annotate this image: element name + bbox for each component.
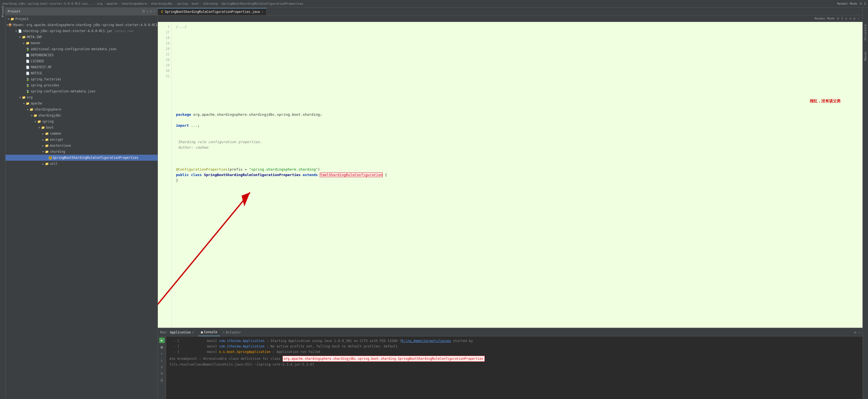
code-line-blank18: [176, 161, 858, 167]
collapse-icon[interactable]: ∨: [849, 17, 851, 20]
tree-item-label: NOTICE: [31, 71, 42, 75]
console-area: ▶ ■ ↑ ↓ ↺ ≡ 🖨 - [ main ]: [158, 336, 863, 399]
tree-item[interactable]: ▶📁common: [5, 131, 158, 137]
sync-icon[interactable]: ↕: [147, 10, 149, 13]
bottom-panel: Run: Application × ▦ Console ⚡ Actuator …: [158, 328, 863, 399]
tree-item[interactable]: ▶📁encrypt: [5, 137, 158, 143]
code-line-blank3: [176, 41, 858, 46]
gear-icon[interactable]: ⚙: [150, 10, 152, 13]
counter-toolbar: ① 2: [837, 17, 843, 20]
tree-item[interactable]: 🍃spring.provides: [5, 82, 158, 88]
code-line-blank13: [176, 95, 858, 101]
tree-item[interactable]: ▼📁org: [5, 94, 158, 100]
settings-icon[interactable]: ⚙: [854, 17, 856, 20]
code-comment-1: Sharding rule configuration properties.: [178, 139, 858, 145]
bottom-settings-icon[interactable]: ⚙: [854, 330, 856, 334]
error-class-box[interactable]: org.apache.shardingsphere.shardingjdbc.s…: [282, 356, 485, 362]
tree-item[interactable]: 📄NOTICE: [5, 70, 158, 76]
tree-item[interactable]: ▶📁util: [5, 161, 158, 167]
rerun-button[interactable]: ↺: [159, 364, 165, 369]
code-line-blank12: [176, 90, 858, 95]
breadcrumb-item-9: SpringBootShardingRuleConfigurationPrope…: [221, 2, 303, 5]
tree-item[interactable]: ▼📁META-INF: [5, 34, 158, 40]
tree-item[interactable]: ▶📁masterslave: [5, 143, 158, 148]
tree-item[interactable]: 🍃additional-spring-configuration-metadat…: [5, 46, 158, 52]
tree-item[interactable]: 🍃spring.factories: [5, 76, 158, 82]
breadcrumb-item-7: boot: [192, 2, 199, 5]
editor-tab-active[interactable]: C SpringBootShardingRuleConfigurationPro…: [158, 8, 267, 15]
tree-item[interactable]: ▼📁sharding: [5, 148, 158, 155]
tree-item[interactable]: CSpringBootShardingRuleConfigurationProp…: [5, 155, 158, 161]
counter-badge: ① 2: [860, 2, 866, 5]
tree-item[interactable]: ▼📁boot: [5, 125, 158, 131]
tree-item[interactable]: ▼📁apache: [5, 100, 158, 106]
project-icon[interactable]: Project: [0, 9, 5, 14]
tree-item[interactable]: ▶📁maven: [5, 40, 158, 46]
app-close-icon[interactable]: ×: [192, 330, 194, 334]
error-note: 报红，没有该父类: [810, 99, 841, 104]
tree-item-label: encrypt: [50, 138, 63, 141]
code-line-30: }: [176, 178, 858, 183]
error-class-highlight: YamlShardingRuleConfiguration: [320, 172, 383, 177]
tree-item-label: util: [50, 162, 58, 166]
tree-item[interactable]: 📄LICENSE: [5, 58, 158, 64]
code-view: 1 17 18 19: [158, 22, 863, 328]
tree-item[interactable]: ▼📦Maven: org.apache.shardingsphere:shard…: [5, 22, 158, 28]
minimize-icon[interactable]: —: [153, 10, 155, 13]
bottom-tab-actuator[interactable]: ⚡ Actuator: [220, 329, 244, 336]
tree-item-label: org: [27, 95, 33, 99]
scroll-up-button[interactable]: ↑: [159, 351, 165, 356]
editor-column: C SpringBootShardingRuleConfigurationPro…: [158, 8, 863, 399]
reader-mode-label[interactable]: Reader Mode: [837, 2, 857, 5]
scroll-down-button[interactable]: ↓: [159, 357, 165, 363]
code-line-1: /.../: [176, 24, 858, 30]
print-button[interactable]: 🖨: [159, 377, 165, 383]
breadcrumb-item-2: org: [97, 2, 103, 5]
bottom-minimize-icon[interactable]: —: [858, 330, 860, 334]
tree-item[interactable]: 📄MANIFEST.MF: [5, 64, 158, 70]
code-content: /.../ pac: [172, 22, 863, 328]
tree-item-label: DEPENDENCIES: [31, 53, 54, 57]
run-app-name: Application: [170, 330, 191, 334]
editor-tabs: C SpringBootShardingRuleConfigurationPro…: [158, 8, 863, 15]
tree-item[interactable]: ▼📁Project: [5, 16, 158, 22]
link-classes[interactable]: D:\rw_demo\target\classes: [401, 338, 451, 343]
code-line-blank15: [176, 106, 858, 112]
code-line-blank9: [176, 73, 858, 79]
tab-close-icon[interactable]: ×: [261, 10, 263, 13]
code-line-18: package org.apache.shardingsphere.shardi…: [176, 112, 858, 118]
maven-tab[interactable]: Maven: [864, 52, 867, 61]
bottom-tab-console[interactable]: ▦ Console: [198, 329, 220, 336]
expand-icon[interactable]: ∧: [845, 17, 847, 20]
top-bar: sharding-jdbc-spring-boot-starter-4.0.0-…: [0, 0, 868, 8]
breadcrumb-item-1: sharding-jdbc-spring-boot-starter-4.0.0-…: [2, 2, 93, 5]
code-comment-2: Author: caohao: [178, 145, 858, 150]
stop-button[interactable]: ■: [159, 344, 165, 350]
project-panel: Project ☰ ↕ ⚙ — ▼📁Project▼📦Maven: org.ap…: [5, 8, 158, 399]
tree-item[interactable]: ▼📁spring: [5, 119, 158, 125]
filter-button[interactable]: ≡: [159, 370, 165, 376]
tree-item[interactable]: 📄DEPENDENCIES: [5, 52, 158, 58]
code-line-19: [176, 118, 858, 123]
close-editor-icon[interactable]: —: [857, 17, 859, 20]
tree-item-label: LICENSE: [31, 59, 44, 63]
reader-mode-toolbar[interactable]: Reader Mode: [814, 17, 835, 20]
code-line-blank2: [176, 35, 858, 41]
tree-item[interactable]: ▼📁shardingsphere: [5, 106, 158, 112]
tree-item-label: spring: [42, 120, 54, 123]
tree-item[interactable]: ▼📁shardingjdbc: [5, 112, 158, 119]
console-tab-label: Console: [204, 330, 217, 334]
run-label: Run:: [160, 330, 168, 334]
console-output: - [ main ] com.itheima.Application : Sta…: [166, 336, 863, 399]
line-numbers: 1 17 18 19: [158, 22, 172, 328]
actuator-tab-label: Actuator: [226, 330, 241, 334]
code-line-blank8: [176, 68, 858, 73]
tree-item[interactable]: ▼📄sharding-jdbc-spring-boot-starter-4.0.…: [5, 28, 158, 34]
layout-icon[interactable]: ☰: [142, 10, 145, 13]
tree-item-label: shardingjdbc: [38, 113, 61, 118]
run-button[interactable]: ▶: [159, 338, 165, 343]
bottom-toolbar: ▶ ■ ↑ ↓ ↺ ≡ 🖨: [158, 336, 166, 399]
breadcrumb-item-8: sharding: [203, 2, 218, 5]
tree-item[interactable]: 🍃spring-configuration-metadata.json: [5, 88, 158, 94]
structure-tab[interactable]: Structure: [864, 24, 867, 41]
